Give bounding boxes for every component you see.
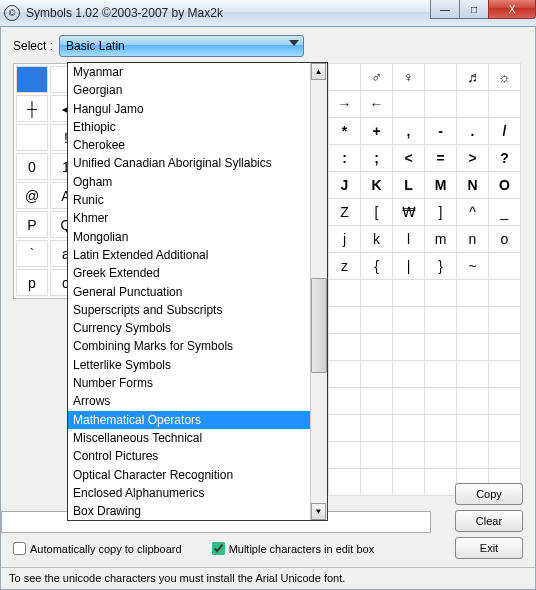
grid-cell[interactable] (425, 64, 457, 91)
grid-cell[interactable] (329, 280, 361, 307)
grid-cell[interactable] (489, 91, 521, 118)
auto-copy-checkbox[interactable]: Automatically copy to clipboard (13, 542, 182, 555)
multi-char-checkbox[interactable]: Multiple characters in edit box (212, 542, 375, 555)
grid-cell[interactable]: 0 (16, 153, 48, 180)
grid-cell[interactable] (361, 307, 393, 334)
dropdown-item[interactable]: Optical Character Recognition (68, 466, 310, 484)
char-grid-right[interactable]: ♂♀♬☼→←*+,-./:;<=>?JKLMNOZ[₩]^_jklmnoz{|}… (328, 63, 521, 496)
grid-cell[interactable] (489, 307, 521, 334)
grid-cell[interactable]: z (329, 253, 361, 280)
grid-cell[interactable] (329, 415, 361, 442)
grid-cell[interactable]: L (393, 172, 425, 199)
dropdown-item[interactable]: Cherokee (68, 136, 310, 154)
grid-cell[interactable] (361, 469, 393, 496)
maximize-button[interactable]: □ (459, 0, 489, 19)
block-dropdown[interactable]: MyanmarGeorgianHangul JamoEthiopicCherok… (67, 62, 328, 521)
grid-cell[interactable]: ← (361, 91, 393, 118)
grid-cell[interactable]: n (457, 226, 489, 253)
grid-cell[interactable] (489, 415, 521, 442)
grid-cell[interactable] (425, 469, 457, 496)
grid-cell[interactable] (457, 91, 489, 118)
dropdown-item[interactable]: Box Drawing (68, 502, 310, 520)
dropdown-item[interactable]: Number Forms (68, 374, 310, 392)
grid-cell[interactable]: } (425, 253, 457, 280)
minimize-button[interactable]: — (430, 0, 460, 19)
dropdown-item[interactable]: Mathematical Operators (68, 411, 310, 429)
grid-cell[interactable]: ` (16, 240, 48, 267)
dropdown-item[interactable]: Hangul Jamo (68, 100, 310, 118)
grid-cell[interactable]: N (457, 172, 489, 199)
grid-cell[interactable]: , (393, 118, 425, 145)
grid-cell[interactable]: | (393, 253, 425, 280)
grid-cell[interactable]: < (393, 145, 425, 172)
grid-cell[interactable]: K (361, 172, 393, 199)
grid-cell[interactable]: ] (425, 199, 457, 226)
grid-cell[interactable] (457, 334, 489, 361)
grid-cell[interactable]: M (425, 172, 457, 199)
grid-cell[interactable] (393, 91, 425, 118)
grid-cell[interactable] (425, 415, 457, 442)
grid-cell[interactable]: / (489, 118, 521, 145)
grid-cell[interactable] (329, 307, 361, 334)
grid-cell[interactable]: > (457, 145, 489, 172)
grid-cell[interactable]: ┼ (16, 95, 48, 122)
auto-copy-input[interactable] (13, 542, 26, 555)
grid-cell[interactable]: * (329, 118, 361, 145)
dropdown-item[interactable]: General Punctuation (68, 283, 310, 301)
grid-cell[interactable] (16, 66, 48, 93)
grid-cell[interactable]: m (425, 226, 457, 253)
dropdown-item[interactable]: Miscellaneous Technical (68, 429, 310, 447)
grid-cell[interactable]: ♬ (457, 64, 489, 91)
grid-cell[interactable] (457, 307, 489, 334)
dropdown-list[interactable]: MyanmarGeorgianHangul JamoEthiopicCherok… (68, 63, 310, 520)
grid-cell[interactable]: = (425, 145, 457, 172)
grid-cell[interactable] (329, 388, 361, 415)
dropdown-item[interactable]: Myanmar (68, 63, 310, 81)
dropdown-item[interactable]: Enclosed Alphanumerics (68, 484, 310, 502)
grid-cell[interactable] (393, 442, 425, 469)
grid-cell[interactable] (329, 334, 361, 361)
grid-cell[interactable]: ☼ (489, 64, 521, 91)
grid-cell[interactable] (16, 124, 48, 151)
grid-cell[interactable] (361, 361, 393, 388)
block-select-combo[interactable]: Basic Latin (59, 35, 304, 57)
grid-cell[interactable] (393, 334, 425, 361)
grid-cell[interactable] (361, 388, 393, 415)
grid-cell[interactable] (329, 469, 361, 496)
grid-cell[interactable]: ; (361, 145, 393, 172)
grid-cell[interactable] (425, 334, 457, 361)
grid-cell[interactable] (393, 361, 425, 388)
grid-cell[interactable] (489, 442, 521, 469)
grid-cell[interactable]: ? (489, 145, 521, 172)
dropdown-item[interactable]: Control Pictures (68, 447, 310, 465)
grid-cell[interactable]: { (361, 253, 393, 280)
exit-button[interactable]: Exit (455, 537, 523, 559)
grid-cell[interactable] (457, 361, 489, 388)
grid-cell[interactable]: p (16, 269, 48, 296)
grid-cell[interactable]: _ (489, 199, 521, 226)
dropdown-item[interactable]: Unified Canadian Aboriginal Syllabics (68, 154, 310, 172)
grid-cell[interactable] (393, 307, 425, 334)
multi-char-input[interactable] (212, 542, 225, 555)
dropdown-item[interactable]: Ogham (68, 173, 310, 191)
grid-cell[interactable] (457, 415, 489, 442)
grid-cell[interactable] (361, 415, 393, 442)
grid-cell[interactable]: O (489, 172, 521, 199)
grid-cell[interactable]: ♀ (393, 64, 425, 91)
grid-cell[interactable]: Z (329, 199, 361, 226)
clear-button[interactable]: Clear (455, 510, 523, 532)
grid-cell[interactable] (329, 442, 361, 469)
grid-cell[interactable] (489, 280, 521, 307)
close-button[interactable]: X (488, 0, 536, 19)
grid-cell[interactable]: j (329, 226, 361, 253)
scroll-thumb[interactable] (311, 278, 327, 373)
grid-cell[interactable] (393, 469, 425, 496)
grid-cell[interactable] (489, 253, 521, 280)
grid-cell[interactable]: J (329, 172, 361, 199)
grid-cell[interactable]: k (361, 226, 393, 253)
grid-cell[interactable] (329, 64, 361, 91)
grid-cell[interactable] (425, 361, 457, 388)
grid-cell[interactable]: . (457, 118, 489, 145)
scroll-up-icon[interactable]: ▲ (311, 63, 326, 80)
grid-cell[interactable] (361, 334, 393, 361)
